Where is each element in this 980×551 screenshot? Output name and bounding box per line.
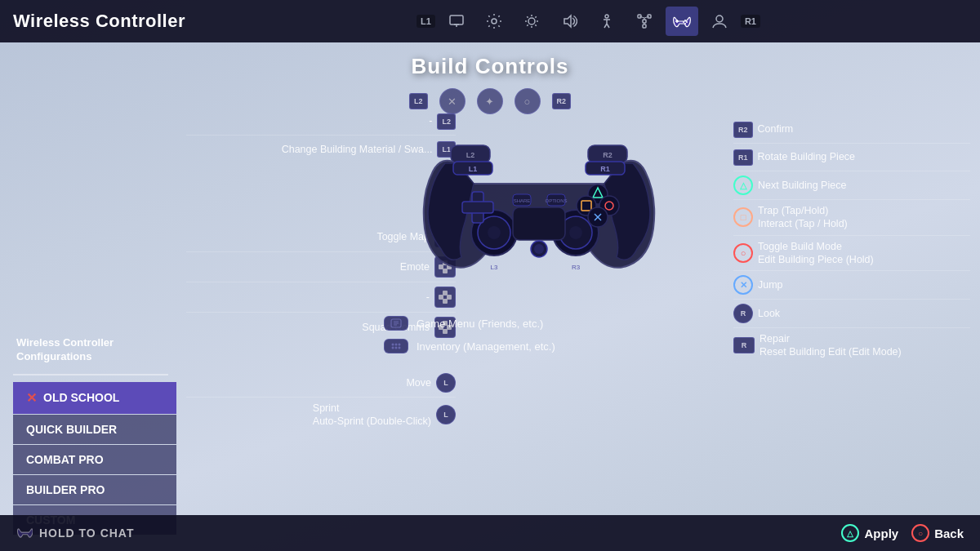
btn-circle-build: ○ (733, 243, 753, 263)
bottom-bar: HOLD TO CHAT △ Apply ○ Back (0, 515, 980, 551)
apply-label: Apply (864, 527, 898, 540)
mapping-toggle-build: ○ Toggle Build ModeEdit Building Piece (… (733, 236, 970, 272)
svg-point-3 (492, 19, 497, 24)
svg-point-4 (528, 18, 535, 24)
left-top-mappings: - L2 Change Building Material / Swa... L… (186, 108, 456, 163)
svg-point-26 (686, 21, 688, 23)
main-content-area: Wireless ControllerConfigurations ✕ OLD … (0, 42, 980, 515)
mapping-next-building: △ Next Building Piece (733, 171, 970, 200)
svg-line-12 (535, 16, 536, 17)
config-label-combat-pro: COMBAT PRO (26, 453, 104, 466)
svg-point-28 (684, 23, 686, 24)
mapping-rotate: R1 Rotate Building Piece (733, 144, 970, 171)
svg-point-68 (534, 244, 544, 254)
mapping-trap: □ Trap (Tap/Hold)Interact (Tap / Hold) (733, 200, 970, 236)
nav-badge-R1[interactable]: R1 (741, 15, 760, 28)
top-navigation-bar: Wireless Controller L1 R1 (0, 0, 980, 42)
config-label-quick-builder: QUICK BUILDER (26, 423, 117, 436)
nav-icon-accessibility[interactable] (590, 7, 623, 36)
mapping-jump: ✕ Jump (733, 271, 970, 300)
svg-point-25 (684, 20, 686, 21)
bottom-right-actions: △ Apply ○ Back (841, 524, 964, 542)
svg-text:R1: R1 (600, 165, 610, 173)
btn-R2-confirm: R2 (733, 122, 753, 138)
svg-point-89 (399, 347, 401, 349)
nav-badge-L1[interactable]: L1 (416, 15, 435, 28)
mapping-sprint: SprintAuto-Sprint (Double-Click) L (186, 398, 456, 433)
apply-action[interactable]: △ Apply (841, 524, 898, 542)
options-btn-icon (384, 339, 408, 353)
label-next-building: Next Building Piece (758, 179, 846, 192)
active-indicator: ✕ (26, 390, 37, 406)
nav-icon-audio[interactable] (553, 7, 586, 36)
label-game-menu: Game Menu (Friends, etc.) (416, 318, 543, 330)
label-confirm: Confirm (758, 122, 794, 136)
config-item-combat-pro[interactable]: COMBAT PRO (13, 445, 176, 474)
nav-icon-row: L1 R1 (210, 7, 967, 36)
svg-rect-61 (462, 202, 493, 213)
svg-point-29 (716, 16, 723, 22)
nav-icon-settings[interactable] (478, 7, 510, 36)
config-list: ✕ OLD SCHOOL QUICK BUILDER COMBAT PRO BU… (13, 382, 176, 535)
R-stick-icon-look: R (733, 304, 753, 323)
svg-point-87 (392, 347, 394, 349)
apply-triangle-icon: △ (841, 524, 859, 542)
btn-cross-jump: ✕ (733, 275, 753, 295)
svg-point-27 (683, 21, 684, 23)
nav-icon-network[interactable] (628, 7, 661, 36)
sidebar-divider (13, 374, 168, 375)
back-action[interactable]: ○ Back (911, 524, 964, 542)
back-circle-icon: ○ (911, 524, 929, 542)
mapping-L2-dash: - L2 (186, 108, 456, 136)
mapping-game-menu: Game Menu (Friends, etc.) (384, 316, 596, 331)
nav-icon-profile[interactable] (703, 7, 736, 36)
config-label-old-school: OLD SCHOOL (43, 391, 119, 404)
nav-icon-controller[interactable] (666, 7, 698, 36)
config-item-builder-pro[interactable]: BUILDER PRO (13, 475, 176, 504)
label-jump: Jump (758, 278, 783, 291)
svg-point-56 (488, 226, 501, 239)
config-label-builder-pro: BUILDER PRO (26, 483, 105, 496)
svg-rect-66 (513, 207, 565, 240)
svg-rect-18 (643, 24, 646, 28)
mapping-look: R Look (733, 300, 970, 328)
config-item-quick-builder[interactable]: QUICK BUILDER (13, 415, 176, 444)
mapping-move: Move L (186, 369, 456, 398)
svg-rect-0 (450, 16, 463, 24)
mapping-L1-change-building: Change Building Material / Swa... L1 (186, 136, 456, 163)
svg-text:OPTIONS: OPTIONS (545, 198, 567, 203)
svg-marker-13 (564, 16, 571, 27)
page-title-header: Wireless Controller (13, 11, 185, 32)
svg-point-59 (569, 226, 582, 239)
svg-line-9 (527, 16, 528, 17)
svg-text:L3: L3 (491, 264, 498, 271)
L-stick-icon-move: L (436, 373, 456, 393)
mapping-repair: R RepairReset Building Edit (Edit Mode) (733, 328, 970, 363)
R-btn-repair: R (733, 337, 755, 353)
btn-R1-rotate: R1 (733, 149, 753, 166)
mapping-dash2: - (186, 282, 456, 313)
svg-point-86 (399, 344, 401, 346)
btn-triangle-next: △ (733, 176, 753, 195)
label-look: Look (758, 307, 780, 320)
config-item-old-school[interactable]: ✕ OLD SCHOOL (13, 382, 176, 414)
svg-text:R2: R2 (603, 151, 612, 159)
hold-to-chat-section: HOLD TO CHAT (16, 526, 134, 540)
nav-icon-display[interactable] (440, 7, 473, 36)
label-inventory: Inventory (Management, etc.) (416, 340, 555, 353)
svg-text:L2: L2 (466, 151, 475, 159)
sidebar-config-title: Wireless ControllerConfigurations (13, 336, 188, 364)
svg-line-11 (527, 24, 528, 25)
mapping-toggle-map: Toggle Map (186, 222, 456, 252)
label-repair: RepairReset Building Edit (Edit Mode) (760, 332, 902, 359)
svg-rect-15 (643, 20, 646, 23)
build-controls-title: Build Controls (411, 54, 568, 79)
mapping-emote: Emote (186, 252, 456, 282)
nav-icon-brightness[interactable] (515, 7, 548, 36)
share-btn-icon (384, 316, 408, 331)
left-stick-mappings: Move L SprintAuto-Sprint (Double-Click) … (186, 369, 456, 433)
svg-point-84 (392, 344, 394, 346)
svg-text:SHARE: SHARE (514, 198, 531, 203)
svg-point-14 (605, 15, 608, 18)
btn-square-trap: □ (733, 207, 753, 227)
